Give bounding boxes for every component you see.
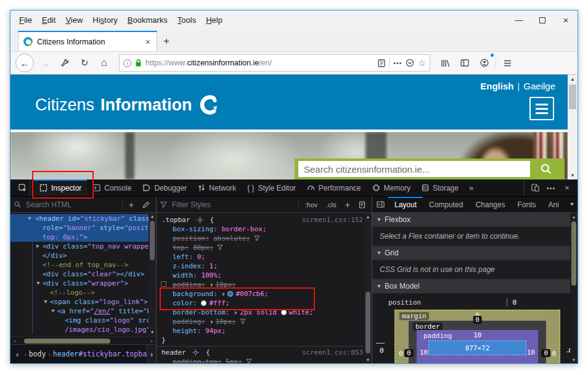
tree-row[interactable]: <div class="top_nav wrapper"> bbox=[10, 242, 156, 251]
override-filter-icon[interactable] bbox=[217, 244, 223, 250]
menu-bookmarks[interactable]: Bookmarks bbox=[123, 10, 173, 30]
tree-row[interactable]: </div> bbox=[10, 251, 156, 260]
tree-row[interactable]: <a href="/en/" title="Hom bbox=[10, 307, 156, 316]
border-left-value[interactable]: 0 bbox=[404, 349, 414, 357]
padding-left-value[interactable]: 10 bbox=[420, 348, 428, 356]
expand-shorthand-icon[interactable] bbox=[235, 311, 237, 315]
tree-row[interactable]: <span class="logo_link"> bbox=[10, 297, 156, 307]
rule-selector[interactable]: screen1.css:853header { bbox=[157, 346, 363, 357]
wrench-icon[interactable] bbox=[56, 54, 73, 72]
color-swatch-blue[interactable] bbox=[227, 291, 233, 297]
home-button[interactable]: ⌂ bbox=[96, 54, 113, 72]
expand-shorthand-icon[interactable] bbox=[223, 292, 225, 296]
override-filter-icon[interactable] bbox=[240, 318, 246, 324]
tab-console[interactable]: Console bbox=[87, 179, 137, 196]
account-icon[interactable] bbox=[476, 54, 493, 72]
devtools-menu-icon[interactable]: ••• bbox=[543, 179, 559, 196]
url-bar[interactable]: i https://www.citizensinformation.ie/en/… bbox=[119, 54, 430, 72]
expander-icon[interactable] bbox=[44, 300, 47, 305]
print-simulation-icon[interactable] bbox=[356, 201, 368, 208]
site-search-input[interactable] bbox=[298, 161, 530, 177]
add-rule-button[interactable]: + bbox=[343, 200, 353, 210]
menu-help[interactable]: Help bbox=[201, 10, 227, 30]
position-left-value[interactable]: 0 bbox=[380, 347, 384, 355]
scroll-down-icon[interactable]: ▼ bbox=[568, 171, 578, 179]
boxmodel-section-header[interactable]: Box Model bbox=[372, 279, 578, 294]
browser-tab[interactable]: Citizens Information × bbox=[18, 31, 157, 51]
tree-row[interactable]: <div class="wrapper"> bbox=[10, 279, 156, 288]
css-declaration-disabled[interactable]: padding: 10px; bbox=[157, 280, 363, 289]
tree-row[interactable]: <img class="logo" src=" bbox=[10, 316, 156, 325]
sidebars-icon[interactable] bbox=[456, 54, 473, 72]
scrollbar-thumb[interactable] bbox=[569, 84, 576, 109]
tab-animations[interactable]: Ani bbox=[542, 197, 558, 212]
tab-changes[interactable]: Changes bbox=[469, 197, 511, 212]
responsive-mode-icon[interactable] bbox=[527, 179, 543, 196]
tab-network[interactable]: Network bbox=[192, 179, 242, 196]
page-scrollbar[interactable]: ▲ ▼ bbox=[568, 75, 578, 179]
expand-shorthand-icon[interactable] bbox=[211, 320, 213, 324]
css-declaration[interactable]: left: 0; bbox=[157, 252, 363, 262]
split-pane-icon[interactable] bbox=[372, 197, 388, 212]
reload-button[interactable]: ↻ bbox=[76, 54, 93, 72]
css-declaration[interactable]: z-index: 1; bbox=[157, 262, 363, 271]
rule-selector[interactable]: screen1.css:152.topbar { bbox=[157, 215, 363, 225]
tab-memory[interactable]: Memory bbox=[367, 179, 416, 196]
css-declaration-overridden[interactable]: padding: 10px; bbox=[157, 317, 363, 326]
css-declaration[interactable]: box-sizing: border-box; bbox=[157, 225, 363, 234]
site-logo[interactable]: CitizensInformation bbox=[35, 94, 219, 115]
layout-scrollbar[interactable]: ▲ ▼ bbox=[570, 213, 578, 363]
position-top-value[interactable]: 0 bbox=[513, 299, 517, 307]
tab-debugger[interactable]: Debugger bbox=[137, 179, 192, 196]
content-box[interactable]: 877×72 bbox=[428, 340, 526, 355]
back-button[interactable]: ← bbox=[15, 54, 34, 72]
css-declaration[interactable]: width: 100%; bbox=[157, 271, 363, 280]
maximize-button[interactable] bbox=[531, 10, 554, 30]
minimize-button[interactable]: — bbox=[507, 10, 531, 30]
margin-box[interactable]: margin 0 0 0 border 0 0 0 padding bbox=[394, 310, 560, 363]
rules-scrollbar[interactable]: ▲ ▼ bbox=[364, 213, 372, 363]
declaration-checkbox[interactable] bbox=[161, 281, 166, 287]
more-tabs-button[interactable]: » bbox=[464, 179, 478, 196]
menu-file[interactable]: File bbox=[14, 10, 37, 30]
attribute-link[interactable]: /en/ bbox=[94, 307, 111, 315]
css-declaration-color[interactable]: color: #fff; bbox=[157, 299, 363, 308]
breadcrumb-header[interactable]: header#stickybar.topbar bbox=[53, 350, 147, 358]
menu-edit[interactable]: Edit bbox=[37, 10, 60, 30]
override-filter-icon[interactable] bbox=[254, 235, 260, 241]
all-tabs-dropdown-icon[interactable] bbox=[566, 197, 578, 212]
stylesheet-link[interactable]: screen1.css:853 bbox=[302, 348, 363, 357]
tree-row[interactable]: /images/cio_logo.jpg" bbox=[10, 325, 156, 334]
override-filter-icon[interactable] bbox=[246, 358, 252, 363]
tab-computed[interactable]: Computed bbox=[423, 197, 469, 212]
forward-button[interactable]: → bbox=[36, 54, 54, 72]
page-actions-icon[interactable]: ••• bbox=[393, 59, 402, 67]
library-icon[interactable] bbox=[436, 54, 454, 72]
site-search-button[interactable] bbox=[530, 161, 562, 177]
css-declaration-overridden[interactable]: padding-top: 5px; bbox=[157, 357, 363, 363]
tree-row[interactable]: <!--end of top_nav--> bbox=[10, 260, 156, 270]
margin-left-value[interactable]: 0 bbox=[399, 350, 403, 358]
tree-row[interactable]: <div class="clear"></div> bbox=[10, 270, 156, 279]
stylesheet-link[interactable]: screen1.css:152 bbox=[302, 215, 363, 225]
css-declaration-overridden[interactable]: position: absolute; bbox=[157, 234, 363, 243]
bookmark-star-icon[interactable]: ☆ bbox=[418, 58, 426, 68]
css-declaration-overridden[interactable]: top: 80px; bbox=[157, 243, 363, 252]
tab-layout[interactable]: Layout bbox=[388, 197, 423, 212]
grid-section-header[interactable]: Grid bbox=[372, 246, 578, 260]
border-right-value[interactable]: 0 bbox=[541, 349, 550, 357]
padding-box[interactable]: padding 10 10 10 877×72 bbox=[417, 330, 538, 363]
markup-scrollbar[interactable]: ▲ ▼ bbox=[149, 213, 156, 336]
devtools-close-icon[interactable]: × bbox=[559, 179, 575, 196]
breadcrumb-body[interactable]: body bbox=[29, 350, 46, 358]
pocket-icon[interactable] bbox=[406, 59, 414, 67]
expand-shorthand-icon[interactable] bbox=[211, 283, 213, 287]
site-menu-button[interactable] bbox=[529, 97, 554, 120]
tab-close-icon[interactable]: × bbox=[144, 37, 152, 47]
tab-fonts[interactable]: Fonts bbox=[511, 197, 542, 212]
css-declaration[interactable]: border-bottom: 2px solid white; bbox=[157, 308, 363, 317]
pick-element-icon[interactable] bbox=[15, 179, 30, 196]
close-window-button[interactable]: × bbox=[554, 10, 578, 30]
border-top-value[interactable]: 0 bbox=[473, 316, 482, 324]
expander-icon[interactable] bbox=[36, 282, 40, 287]
